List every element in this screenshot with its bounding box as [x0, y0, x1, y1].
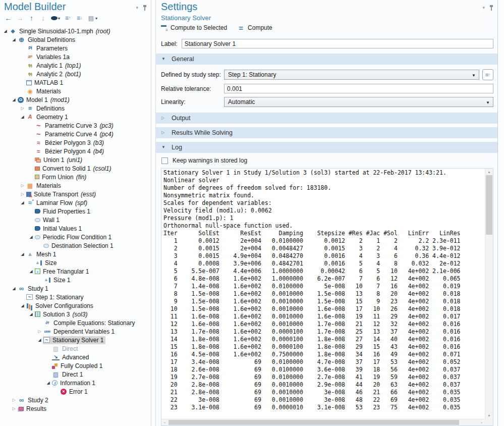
tree-item[interactable]: Direct	[0, 344, 151, 353]
scroll-left-arrow-icon[interactable]: ‹	[161, 420, 168, 425]
tree-item[interactable]: Size 1	[0, 276, 151, 284]
collapse-arrow-icon[interactable]: ◢	[11, 287, 17, 291]
tree-item[interactable]: Form Union(fin)	[0, 173, 151, 181]
tree-item[interactable]: ◢Single Sinusoidal-10-1.mph(root)	[0, 27, 151, 35]
collapse-arrow-icon[interactable]: ◢	[36, 338, 43, 342]
tree-item[interactable]: ◢Free Triangular 1	[0, 267, 151, 276]
tree-item[interactable]: Convert to Solid 1(csol1)	[0, 164, 151, 173]
tree-item[interactable]: ◢Information 1	[0, 379, 151, 387]
tree-item[interactable]: Analytic 1(top1)	[0, 61, 151, 70]
tree-item[interactable]: MATLAB 1	[0, 78, 151, 87]
nav-forward-button[interactable]	[15, 14, 25, 22]
expand-all-button[interactable]	[74, 14, 85, 22]
defined-by-combo[interactable]: Step 1: Stationary ▼	[224, 70, 479, 80]
tree-item[interactable]: ◢Model 1(mod1)	[0, 95, 151, 104]
tree-item[interactable]: ▷Materials	[0, 181, 151, 190]
collapse-arrow-icon[interactable]: ◢	[11, 38, 17, 42]
show-button[interactable]: ▾	[49, 16, 62, 21]
collapse-arrow-icon[interactable]: ◢	[28, 235, 34, 239]
tree-item[interactable]: Bézier Polygon 3(b3)	[0, 138, 151, 147]
tree-item[interactable]: ◢Global Definitions	[0, 35, 151, 44]
expand-arrow-icon[interactable]: ▷	[19, 184, 26, 188]
tree-item[interactable]: ◢Geometry 1	[0, 113, 151, 121]
tree-item[interactable]: Step 1: Stationary	[0, 293, 151, 301]
tree-item[interactable]: Materials	[0, 87, 151, 95]
horizontal-scroll-thumb[interactable]	[169, 420, 459, 425]
tree-item[interactable]: Direct 1	[0, 370, 151, 379]
tree-item[interactable]: Parametric Curve 4(pc4)	[0, 130, 151, 138]
tree-item[interactable]: Fluid Properties 1	[0, 207, 151, 216]
collapse-arrow-icon[interactable]: ◢	[2, 29, 9, 33]
tree-item[interactable]: Destination Selection 1	[0, 241, 151, 250]
collapse-arrow-icon[interactable]: ◢	[19, 304, 26, 308]
pin-icon[interactable]	[143, 5, 147, 11]
tree-item[interactable]: Bézier Polygon 4(b4)	[0, 147, 151, 155]
label-input[interactable]: Stationary Solver 1	[182, 39, 493, 48]
panel-splitter[interactable]	[151, 0, 156, 426]
tree-item[interactable]: Analytic 2(bot1)	[0, 70, 151, 78]
node-options-button[interactable]: ▾	[86, 14, 99, 22]
tree-item[interactable]: Variables 1a	[0, 52, 151, 61]
tree-item[interactable]: ▷Results	[0, 404, 151, 413]
collapse-arrow-icon[interactable]: ◢	[19, 201, 26, 205]
compute-button[interactable]: Compute	[237, 24, 272, 31]
section-output[interactable]: ▷ Output	[156, 113, 497, 124]
expand-arrow-icon[interactable]: ▷	[11, 398, 17, 402]
tree-item[interactable]: Advanced	[0, 353, 151, 361]
tree-item[interactable]: Parametric Curve 3(pc3)	[0, 121, 151, 130]
expand-arrow-icon[interactable]: ▷	[36, 330, 43, 334]
collapse-arrow-icon[interactable]: ◢	[11, 98, 17, 102]
collapse-arrow-icon[interactable]: ◢	[19, 115, 26, 119]
vertical-scroll-thumb[interactable]	[486, 175, 492, 235]
panel-menu-arrow-icon[interactable]: ▾	[482, 6, 485, 10]
settings-title: Settings	[161, 1, 197, 13]
tree-item[interactable]: ◢Periodic Flow Condition 1	[0, 233, 151, 241]
tree-item[interactable]: ▷Dependent Variables 1	[0, 327, 151, 336]
expand-arrow-icon[interactable]: ▷	[19, 192, 26, 196]
collapse-arrow-icon[interactable]: ◢	[28, 312, 34, 316]
solver-log-area[interactable]: Stationary Solver 1 in Study 1/Solution …	[161, 168, 493, 426]
scroll-down-arrow-icon[interactable]: ▼	[485, 412, 493, 419]
tree-item[interactable]: ▷Definitions	[0, 104, 151, 113]
tree-item[interactable]: Error 1	[0, 387, 151, 396]
tree-item[interactable]: Compile Equations: Stationary	[0, 318, 151, 327]
section-log[interactable]: ▼ Log	[156, 142, 497, 153]
tree-item[interactable]: ▷Solute Transport(esst)	[0, 190, 151, 198]
collapse-arrow-icon: ▼	[161, 57, 166, 61]
tree-item[interactable]: Fully Coupled 1	[0, 361, 151, 370]
scroll-right-arrow-icon[interactable]: ›	[478, 420, 485, 425]
tree-item[interactable]: Parameters	[0, 44, 151, 52]
tree-item[interactable]: ◢Mesh 1	[0, 250, 151, 258]
tree-item[interactable]: ▷Study 2	[0, 396, 151, 404]
move-up-button[interactable]	[26, 14, 37, 22]
tree-item[interactable]: Wall 1	[0, 216, 151, 224]
scroll-up-arrow-icon[interactable]: ▲	[485, 169, 493, 175]
expand-arrow-icon[interactable]: ▷	[11, 407, 17, 411]
section-results-while-solving[interactable]: ▷ Results While Solving	[156, 127, 497, 138]
edit-study-step-button[interactable]	[482, 69, 493, 80]
collapse-arrow-icon[interactable]: ◢	[28, 270, 34, 274]
compute-to-selected-button[interactable]: Compute to Selected	[161, 24, 227, 31]
relative-tolerance-input[interactable]: 0.001	[224, 84, 493, 93]
tree-item[interactable]: ◢Laminar Flow(spf)	[0, 198, 151, 207]
tree-item[interactable]: ◢Solution 3(sol3)	[0, 310, 151, 318]
tree-item[interactable]: ◢Stationary Solver 1	[0, 336, 151, 344]
log-horizontal-scrollbar[interactable]: ‹ ›	[161, 419, 485, 425]
move-down-button[interactable]	[38, 14, 48, 22]
nav-back-button[interactable]	[3, 14, 14, 22]
keep-warnings-checkbox[interactable]	[161, 157, 168, 164]
collapse-all-button[interactable]	[63, 14, 73, 22]
tree-item[interactable]: Union 1(uni1)	[0, 155, 151, 164]
tree-item[interactable]: ◢Study 1	[0, 284, 151, 293]
section-general[interactable]: ▼ General	[156, 54, 497, 65]
linearity-combo[interactable]: Automatic ▼	[224, 97, 493, 107]
tree-item[interactable]: ◢Solver Configurations	[0, 301, 151, 310]
tree-item[interactable]: Initial Values 1	[0, 224, 151, 233]
log-vertical-scrollbar[interactable]: ▲ ▼	[485, 169, 493, 419]
panel-menu-arrow-icon[interactable]: ▾	[136, 6, 138, 10]
collapse-arrow-icon[interactable]: ◢	[19, 252, 26, 256]
tree-item[interactable]: Size	[0, 258, 151, 267]
pin-icon[interactable]	[489, 5, 493, 11]
expand-arrow-icon[interactable]: ▷	[19, 107, 26, 111]
collapse-arrow-icon[interactable]: ◢	[45, 381, 51, 385]
